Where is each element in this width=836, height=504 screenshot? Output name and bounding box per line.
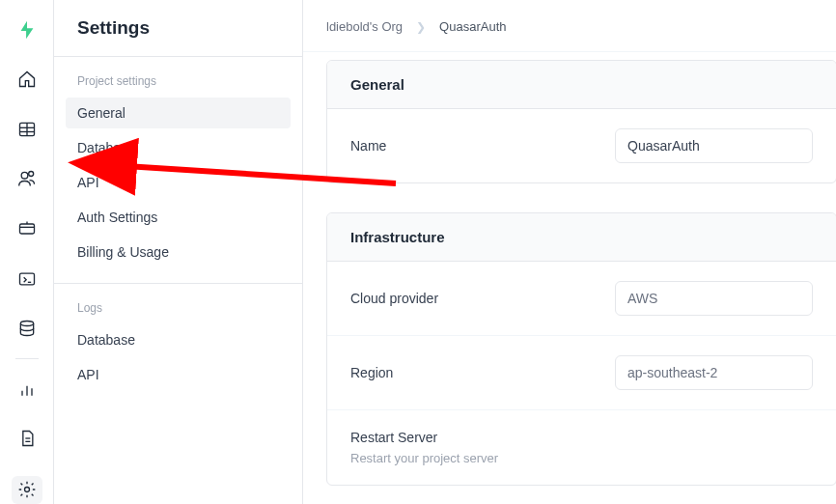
sidebar-item-general[interactable]: General <box>66 98 291 128</box>
settings-gear-icon[interactable] <box>12 476 42 504</box>
docs-icon[interactable] <box>14 426 41 451</box>
cloud-provider-input[interactable] <box>615 281 813 316</box>
card-header-infrastructure: Infrastructure <box>327 213 836 262</box>
svg-point-5 <box>28 172 33 177</box>
chevron-right-icon: ❯ <box>416 20 426 34</box>
reports-icon[interactable] <box>14 377 41 402</box>
settings-sidebar: Settings Project settings General Databa… <box>54 0 303 504</box>
region-label: Region <box>350 365 596 380</box>
home-icon[interactable] <box>14 68 41 93</box>
sidebar-item-auth-settings[interactable]: Auth Settings <box>66 202 291 233</box>
breadcrumb: ldiebold's Org ❯ QuasarAuth <box>303 0 836 51</box>
svg-point-11 <box>20 322 33 326</box>
restart-server-label: Restart Server <box>350 430 437 445</box>
main-content: ldiebold's Org ❯ QuasarAuth General Name… <box>303 0 836 504</box>
svg-rect-6 <box>19 224 34 234</box>
breadcrumb-project[interactable]: QuasarAuth <box>439 19 506 34</box>
sidebar-item-api[interactable]: API <box>66 167 291 198</box>
general-card: General Name <box>326 60 836 183</box>
sql-editor-icon[interactable] <box>14 266 41 292</box>
rail-divider <box>15 358 39 359</box>
brand-logo-icon[interactable] <box>14 17 41 42</box>
section-heading-project: Project settings <box>54 57 302 96</box>
region-input[interactable] <box>615 355 813 390</box>
auth-users-icon[interactable] <box>14 167 41 192</box>
icon-rail <box>0 0 54 504</box>
storage-icon[interactable] <box>14 216 41 241</box>
svg-point-17 <box>24 488 29 492</box>
svg-rect-9 <box>19 273 34 285</box>
section-heading-logs: Logs <box>54 284 302 322</box>
sidebar-item-logs-api[interactable]: API <box>66 359 291 390</box>
table-editor-icon[interactable] <box>14 117 41 142</box>
infrastructure-card: Infrastructure Cloud provider Region Res… <box>326 212 836 486</box>
sidebar-item-logs-database[interactable]: Database <box>66 324 291 355</box>
project-name-input[interactable] <box>615 128 813 163</box>
database-icon[interactable] <box>14 316 41 341</box>
sidebar-item-billing[interactable]: Billing & Usage <box>66 237 291 267</box>
restart-server-sub: Restart your project server <box>350 451 498 465</box>
breadcrumb-org[interactable]: ldiebold's Org <box>326 19 403 34</box>
sidebar-item-database[interactable]: Database <box>66 132 291 163</box>
page-title: Settings <box>54 17 302 56</box>
svg-point-4 <box>21 173 28 180</box>
cloud-provider-label: Cloud provider <box>350 291 596 306</box>
card-header-general: General <box>327 61 836 109</box>
name-label: Name <box>350 138 596 154</box>
